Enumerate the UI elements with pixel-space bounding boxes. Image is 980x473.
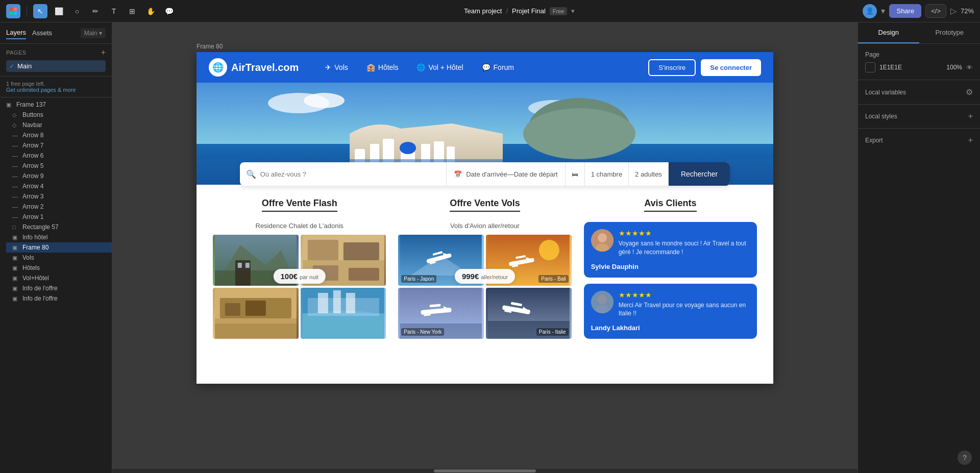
layer-volhotel[interactable]: ▣ Vol+Hôtel — [6, 273, 112, 283]
scrollbar-thumb[interactable] — [434, 469, 536, 472]
layer-arrow9[interactable]: — Arrow 9 — [6, 171, 112, 181]
figma-menu-icon[interactable] — [6, 4, 20, 18]
comment-tool[interactable]: 💬 — [162, 4, 176, 18]
svg-rect-2 — [10, 12, 13, 15]
dropdown-arrow2[interactable]: ▾ — [881, 6, 885, 16]
assets-tab[interactable]: Assets — [32, 27, 52, 39]
layer-icon: ▣ — [12, 295, 19, 302]
search-input-wrap[interactable]: 🔍 — [240, 162, 447, 186]
nav-forum[interactable]: 💬 Forum — [474, 59, 522, 76]
add-local-style[interactable]: + — [968, 112, 973, 121]
layer-name: Arrow 4 — [22, 183, 43, 190]
nav-volhotel[interactable]: 🌐 Vol + Hôtel — [408, 59, 471, 76]
layer-hotels[interactable]: ▣ Hôtels — [6, 263, 112, 273]
search-date[interactable]: 📅 Date d'arrivée—Date de départ — [447, 162, 566, 186]
page-section-title: Page — [865, 51, 879, 58]
sinscire-button[interactable]: S'inscrire — [648, 59, 696, 76]
layers-list: ▣ Frame 137 ◇ Buttons ◇ Navbar — Arrow 8… — [0, 97, 112, 473]
layer-icon: ▣ — [6, 102, 13, 108]
right-sidebar: Design Prototype Page 1E1E1E 100% 👁 Loca… — [857, 22, 980, 473]
layer-name: Navbar — [22, 121, 42, 129]
zoom-label[interactable]: 72% — [961, 7, 974, 15]
layer-arrow3[interactable]: — Arrow 3 — [6, 191, 112, 202]
file-title: Projet Final — [512, 7, 546, 15]
layer-icon: □ — [12, 224, 19, 230]
layer-arrow4[interactable]: — Arrow 4 — [6, 181, 112, 191]
layer-frame80[interactable]: ▣ Frame 80 — [6, 242, 112, 253]
prototype-tab[interactable]: Prototype — [919, 22, 981, 43]
pen-tool[interactable]: ✏ — [88, 4, 103, 18]
hotel-img-living — [213, 288, 299, 339]
design-tab[interactable]: Design — [858, 22, 919, 43]
dropdown-arrow[interactable]: ▾ — [571, 7, 575, 15]
text-tool[interactable]: T — [107, 4, 121, 18]
layer-name: Arrow 5 — [22, 162, 43, 169]
layer-info-offre2[interactable]: ▣ Info de l'offre — [6, 293, 112, 304]
play-button[interactable]: ▷ — [950, 6, 957, 16]
svg-point-70 — [598, 233, 607, 242]
layer-info-offre1[interactable]: ▣ Info de l'offre — [6, 283, 112, 293]
layer-arrow6[interactable]: — Arrow 6 — [6, 151, 112, 161]
toolbar-center: Team project / Projet Final Free ▾ — [180, 7, 859, 15]
layer-buttons[interactable]: ◇ Buttons — [6, 110, 112, 120]
hand-tool[interactable]: ✋ — [143, 4, 158, 18]
share-button[interactable]: Share — [889, 4, 921, 18]
nav-links: ✈ Vols 🏨 Hôtels 🌐 Vol + Hôtel — [317, 59, 640, 76]
local-styles-title: Local styles — [865, 113, 897, 120]
local-variables-action[interactable]: ⚙ — [966, 87, 973, 97]
layer-frame137[interactable]: ▣ Frame 137 — [0, 99, 112, 110]
page-color-swatch[interactable] — [865, 62, 875, 72]
search-button[interactable]: Rechercher — [669, 162, 730, 186]
layer-arrow8[interactable]: — Arrow 8 — [6, 130, 112, 140]
canvas-scrollbar[interactable] — [112, 469, 857, 473]
flash-section: Offre Vente Flash Residence Chalet de L'… — [213, 198, 386, 345]
flight-img4-wrap: Paris - Italie — [486, 288, 572, 339]
svg-rect-25 — [246, 263, 250, 268]
layer-navbar[interactable]: ◇ Navbar — [6, 120, 112, 130]
canvas-scroll[interactable]: Frame 80 🌐 AirTravel.com ✈ Vols — [112, 22, 857, 469]
frame-tool[interactable]: ⬜ — [52, 4, 66, 18]
flash-subtitle: Residence Chalet de L'adonis — [213, 222, 386, 230]
layer-arrow5[interactable]: — Arrow 5 — [6, 161, 112, 171]
view-selector[interactable]: Main ▾ — [81, 28, 106, 38]
room-count[interactable]: 1 chambre — [585, 162, 629, 186]
layer-arrow7[interactable]: — Arrow 7 — [6, 140, 112, 151]
layer-arrow2[interactable]: — Arrow 2 — [6, 202, 112, 212]
layer-arrow1[interactable]: — Arrow 1 — [6, 212, 112, 222]
page-item-main[interactable]: ✓ Main — [6, 60, 106, 72]
search-input[interactable] — [260, 170, 440, 178]
layer-info-hotel[interactable]: ▣ Info hôtel — [6, 232, 112, 242]
review-text-0: Voyage sans le mondre souci ! Air Travel… — [619, 239, 750, 257]
code-button[interactable]: </> — [925, 4, 946, 18]
svg-rect-0 — [10, 8, 13, 11]
layers-tab[interactable]: Layers — [6, 27, 26, 39]
connecter-button[interactable]: Se connecter — [701, 59, 761, 76]
svg-point-15 — [400, 142, 416, 154]
volhotel-label: Vol + Hôtel — [428, 63, 463, 71]
svg-point-73 — [598, 295, 607, 304]
shape-tool[interactable]: ○ — [70, 4, 84, 18]
separator — [27, 6, 27, 16]
add-export[interactable]: + — [968, 136, 973, 145]
layer-icon: ▣ — [12, 234, 19, 241]
cursor-tool[interactable]: ↖ — [33, 4, 47, 18]
svg-point-10 — [523, 108, 635, 159]
layer-vols[interactable]: ▣ Vols — [6, 253, 112, 263]
nav-hotels[interactable]: 🏨 Hôtels — [358, 59, 407, 76]
components-tool[interactable]: ⊞ — [125, 4, 139, 18]
review-content-0: ★★★★★ Voyage sans le mondre souci ! Air … — [619, 229, 750, 257]
nav-buttons: S'inscrire Se connecter — [648, 59, 761, 76]
adult-count[interactable]: 2 adultes — [629, 162, 668, 186]
upgrade-link[interactable]: Get unlimited pages & more — [6, 87, 76, 93]
help-button[interactable]: ? — [958, 451, 972, 465]
layer-name: Info de l'offre — [22, 285, 58, 292]
eye-icon[interactable]: 👁 — [966, 64, 973, 71]
layer-icon: ▣ — [12, 265, 19, 271]
svg-rect-28 — [307, 240, 338, 260]
add-page-button[interactable]: + — [101, 48, 106, 57]
hotel-price-badge: 100€ par nuit — [274, 269, 326, 284]
nav-vols[interactable]: ✈ Vols — [317, 59, 356, 76]
avatar-icon[interactable]: 👤 — [863, 4, 877, 18]
layer-rect57[interactable]: □ Rectangle 57 — [6, 222, 112, 232]
design-frame: 🌐 AirTravel.com ✈ Vols 🏨 Hôtels — [197, 52, 773, 384]
